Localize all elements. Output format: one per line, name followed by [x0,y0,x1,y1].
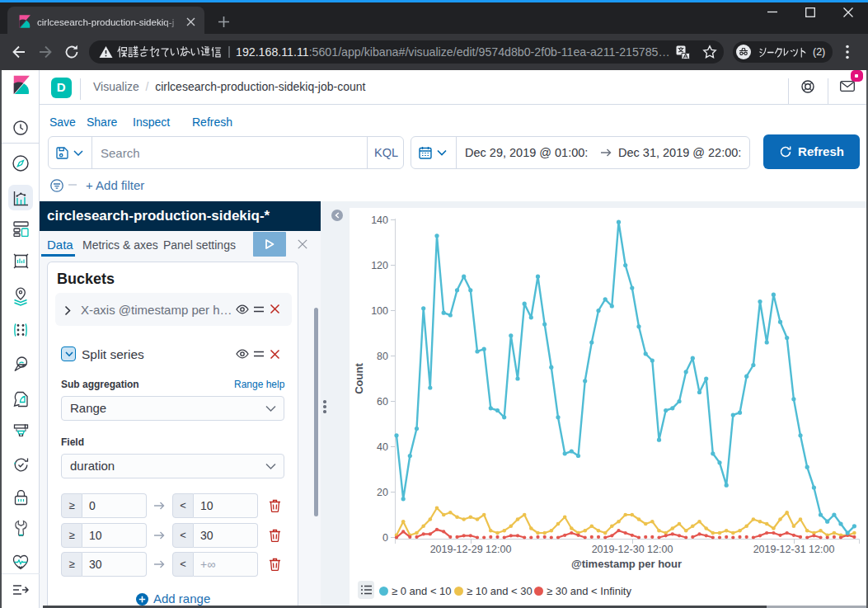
svg-text:80: 80 [377,351,388,362]
svg-text:0: 0 [382,532,388,544]
svg-text:120: 120 [371,260,388,271]
svg-text:20: 20 [377,487,388,498]
svg-text:60: 60 [377,396,388,408]
svg-text:2019-12-30 12:00: 2019-12-30 12:00 [592,544,673,555]
svg-text:@timestamp per hour: @timestamp per hour [571,558,682,570]
svg-text:Count: Count [353,363,365,394]
svg-text:100: 100 [371,305,388,317]
svg-text:40: 40 [377,441,388,453]
svg-text:2019-12-31 12:00: 2019-12-31 12:00 [753,544,835,555]
svg-text:2019-12-29 12:00: 2019-12-29 12:00 [430,544,512,555]
svg-text:140: 140 [371,214,388,226]
